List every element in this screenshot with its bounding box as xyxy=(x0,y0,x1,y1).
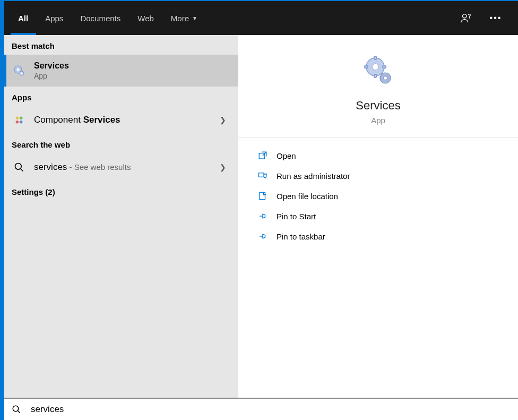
web-result-title: services - See web results xyxy=(34,162,215,173)
action-open-label: Open xyxy=(277,151,296,160)
svg-rect-15 xyxy=(365,66,368,68)
action-pin-start-label: Pin to Start xyxy=(277,212,316,221)
svg-point-0 xyxy=(463,14,467,18)
best-match-title: Services xyxy=(34,61,230,71)
search-icon xyxy=(12,405,21,414)
tab-web[interactable]: Web xyxy=(129,1,162,35)
search-icon xyxy=(12,160,27,175)
svg-point-7 xyxy=(20,117,22,120)
svg-line-24 xyxy=(18,410,20,413)
preview-actions: Open Run as administrator Open file loca… xyxy=(238,138,518,254)
tab-more-label: More xyxy=(171,14,189,23)
desktop-sliver xyxy=(0,0,4,420)
preview-panel: Services App Open Run as administrator xyxy=(238,35,518,398)
filter-tabs: All Apps Documents Web More ▼ xyxy=(10,1,206,35)
results-panel: Best match Services App Apps xyxy=(4,35,238,398)
services-gear-icon-large xyxy=(361,54,395,88)
tab-all[interactable]: All xyxy=(10,1,37,35)
pin-icon xyxy=(256,211,269,221)
svg-rect-21 xyxy=(259,173,264,177)
svg-point-9 xyxy=(20,121,22,124)
tab-documents[interactable]: Documents xyxy=(72,1,129,35)
svg-point-1 xyxy=(469,18,470,18)
svg-point-10 xyxy=(15,164,22,170)
feedback-icon[interactable] xyxy=(459,11,473,25)
svg-point-5 xyxy=(21,73,23,74)
pin-icon xyxy=(256,232,269,241)
svg-rect-13 xyxy=(374,56,376,59)
apps-prefix: Component xyxy=(34,115,83,125)
action-pin-start[interactable]: Pin to Start xyxy=(238,206,518,226)
svg-point-23 xyxy=(13,406,19,412)
open-icon xyxy=(256,151,269,160)
svg-point-6 xyxy=(16,117,19,120)
chevron-right-icon: ❯ xyxy=(215,116,230,124)
services-gear-icon xyxy=(12,63,27,78)
settings-header[interactable]: Settings (2) xyxy=(4,181,238,203)
search-input[interactable] xyxy=(31,404,511,415)
shield-icon xyxy=(256,171,269,181)
search-header: All Apps Documents Web More ▼ ••• xyxy=(4,1,518,35)
web-result[interactable]: services - See web results ❯ xyxy=(4,153,238,181)
apps-bold: Services xyxy=(83,115,120,125)
apps-header: Apps xyxy=(4,87,238,106)
svg-line-11 xyxy=(21,169,23,172)
best-match-sub: App xyxy=(34,72,230,80)
action-open-location[interactable]: Open file location xyxy=(238,186,518,206)
svg-point-8 xyxy=(16,121,19,124)
chevron-right-icon: ❯ xyxy=(215,163,230,172)
svg-point-17 xyxy=(372,64,378,70)
ellipsis-icon: ••• xyxy=(490,13,502,23)
chevron-down-icon: ▼ xyxy=(192,15,197,21)
tab-apps[interactable]: Apps xyxy=(37,1,72,35)
main-content: Best match Services App Apps xyxy=(4,35,518,398)
apps-result-title: Component Services xyxy=(34,115,215,125)
best-match-text: Services App xyxy=(34,61,230,80)
svg-rect-16 xyxy=(383,66,386,68)
top-accent xyxy=(0,0,518,1)
preview-title: Services xyxy=(356,99,400,113)
action-open-location-label: Open file location xyxy=(277,192,338,201)
folder-icon xyxy=(256,191,269,201)
search-web-header: Search the web xyxy=(4,134,238,153)
action-pin-taskbar[interactable]: Pin to taskbar xyxy=(238,226,518,246)
preview-sub: App xyxy=(371,116,385,125)
action-open[interactable]: Open xyxy=(238,145,518,166)
action-run-admin-label: Run as administrator xyxy=(277,172,350,181)
web-suffix: - See web results xyxy=(67,162,131,172)
svg-point-3 xyxy=(17,68,20,71)
options-icon[interactable]: ••• xyxy=(488,11,503,25)
tab-more[interactable]: More ▼ xyxy=(162,1,206,35)
svg-point-19 xyxy=(383,76,387,80)
web-query: services xyxy=(34,162,67,172)
best-match-header: Best match xyxy=(4,35,238,55)
search-bar[interactable] xyxy=(4,398,518,420)
action-run-admin[interactable]: Run as administrator xyxy=(238,166,518,186)
preview-top: Services App xyxy=(238,35,518,138)
best-match-result[interactable]: Services App xyxy=(4,55,238,87)
svg-rect-14 xyxy=(374,74,376,78)
apps-result-component-services[interactable]: Component Services ❯ xyxy=(4,106,238,134)
component-services-icon xyxy=(12,113,27,127)
header-right: ••• xyxy=(459,11,518,25)
action-pin-taskbar-label: Pin to taskbar xyxy=(277,232,325,241)
svg-rect-22 xyxy=(260,192,265,200)
web-result-text: services - See web results xyxy=(34,162,215,173)
apps-result-text: Component Services xyxy=(34,115,215,125)
